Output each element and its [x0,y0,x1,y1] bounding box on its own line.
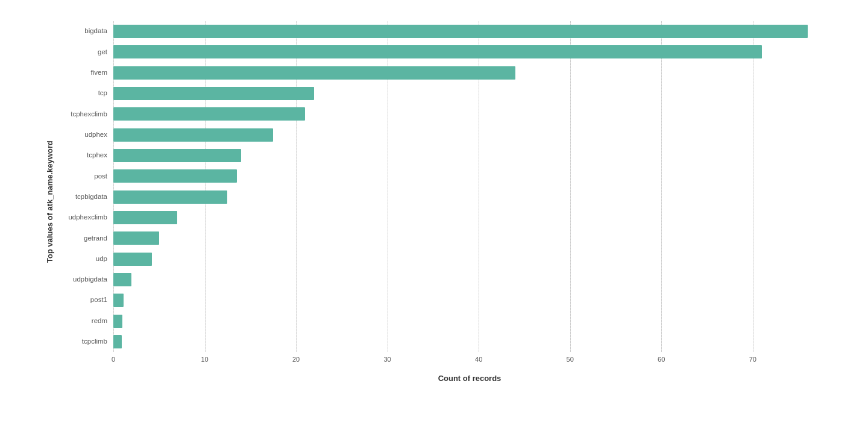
bar [113,25,808,38]
y-label: tcphex [59,146,107,165]
bar [113,231,159,245]
bar [113,169,237,183]
bar [113,211,177,224]
bar-row [113,230,826,247]
x-tick: 50 [567,356,574,363]
bar-row [113,105,826,122]
bar-row [113,333,826,350]
bar-row [113,292,826,309]
y-label: bigdata [59,22,107,41]
y-label: getrand [59,228,107,248]
x-tick: 40 [475,356,482,363]
x-tick: 60 [658,356,665,363]
y-label: udphexclimb [59,208,107,227]
bar [113,335,122,348]
x-tick: 0 [112,356,115,363]
x-tick: 30 [383,356,391,363]
bar-row [113,271,826,288]
bar-row [113,168,826,184]
y-label: post [59,166,107,186]
bar-row [113,65,826,81]
bar [113,107,305,121]
bar [113,45,762,58]
y-label: post1 [59,291,107,310]
bar-row [113,43,826,60]
x-tick: 10 [201,356,208,363]
bar-row [113,313,826,330]
chart-inner: bigdatagetfivemtcptcphexclimbudphextcphe… [59,21,826,383]
x-tick: 20 [292,356,300,363]
x-tick: 70 [749,356,756,363]
bar-row [113,251,826,268]
bar [113,87,314,100]
y-label: tcphexclimb [59,104,107,124]
bars-and-grid: bigdatagetfivemtcptcphexclimbudphextcphe… [59,21,826,352]
bar-row [113,189,826,206]
y-label: udphex [59,125,107,145]
bar-row [113,209,826,226]
bar [113,190,227,204]
y-axis-label: Top values of atk_name.keyword [42,21,57,383]
y-labels: bigdatagetfivemtcptcphexclimbudphextcphe… [59,21,113,352]
chart-container: Top values of atk_name.keyword bigdatage… [18,9,850,419]
bar-row [113,23,826,40]
bar [113,128,273,142]
chart-area: Top values of atk_name.keyword bigdatage… [42,21,826,383]
bar [113,66,515,80]
y-label: tcp [59,84,107,103]
x-axis-label: Count of records [113,374,826,383]
y-label: redm [59,312,107,331]
bar-row [113,85,826,102]
y-label: tcpbigdata [59,187,107,207]
x-axis: 010203040506070 [113,352,826,368]
bar [113,149,241,162]
y-label: udpbigdata [59,270,107,289]
y-label: udp [59,250,107,269]
y-label: fivem [59,63,107,83]
plot-area [113,21,826,352]
bar-row [113,127,826,143]
y-label: get [59,42,107,61]
bar [113,294,124,307]
bar [113,273,131,286]
bar-row [113,147,826,164]
y-label: tcpclimb [59,332,107,351]
bar [113,315,122,328]
bar [113,253,152,266]
